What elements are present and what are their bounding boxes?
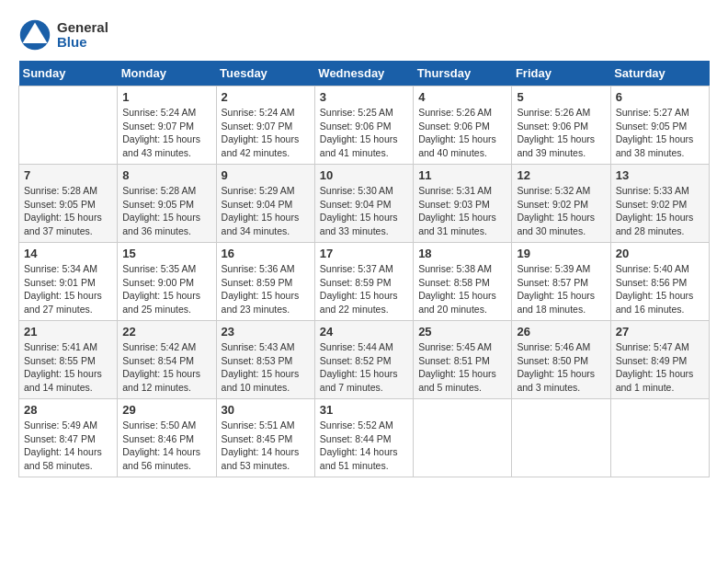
cell-info: Sunrise: 5:34 AM Sunset: 9:01 PM Dayligh… bbox=[24, 262, 112, 316]
calendar-cell: 7Sunrise: 5:28 AM Sunset: 9:05 PM Daylig… bbox=[19, 165, 118, 243]
week-row-2: 7Sunrise: 5:28 AM Sunset: 9:05 PM Daylig… bbox=[19, 165, 710, 243]
calendar-cell: 5Sunrise: 5:26 AM Sunset: 9:06 PM Daylig… bbox=[512, 86, 610, 165]
calendar-cell: 29Sunrise: 5:50 AM Sunset: 8:46 PM Dayli… bbox=[118, 399, 216, 477]
calendar-cell bbox=[414, 399, 512, 477]
calendar-cell: 24Sunrise: 5:44 AM Sunset: 8:52 PM Dayli… bbox=[314, 321, 413, 399]
cell-info: Sunrise: 5:31 AM Sunset: 9:03 PM Dayligh… bbox=[418, 184, 506, 238]
day-number: 26 bbox=[517, 325, 605, 339]
cell-info: Sunrise: 5:47 AM Sunset: 8:49 PM Dayligh… bbox=[616, 340, 704, 395]
logo-wordmark: General Blue bbox=[57, 20, 108, 51]
column-header-wednesday: Wednesday bbox=[314, 61, 413, 86]
calendar-cell: 17Sunrise: 5:37 AM Sunset: 8:59 PM Dayli… bbox=[314, 243, 413, 321]
calendar-cell: 21Sunrise: 5:41 AM Sunset: 8:55 PM Dayli… bbox=[19, 321, 118, 399]
day-number: 20 bbox=[616, 247, 704, 260]
cell-info: Sunrise: 5:28 AM Sunset: 9:05 PM Dayligh… bbox=[122, 184, 210, 238]
day-number: 18 bbox=[418, 247, 506, 260]
day-number: 5 bbox=[517, 90, 605, 104]
header: General Blue bbox=[18, 18, 710, 52]
calendar-cell: 11Sunrise: 5:31 AM Sunset: 9:03 PM Dayli… bbox=[414, 165, 512, 243]
calendar-cell: 14Sunrise: 5:34 AM Sunset: 9:01 PM Dayli… bbox=[19, 243, 118, 321]
calendar-cell: 15Sunrise: 5:35 AM Sunset: 9:00 PM Dayli… bbox=[118, 243, 216, 321]
calendar-cell: 28Sunrise: 5:49 AM Sunset: 8:47 PM Dayli… bbox=[19, 399, 118, 477]
calendar-table: SundayMondayTuesdayWednesdayThursdayFrid… bbox=[18, 61, 710, 477]
day-number: 9 bbox=[222, 168, 310, 182]
calendar-cell: 8Sunrise: 5:28 AM Sunset: 9:05 PM Daylig… bbox=[118, 165, 216, 243]
calendar-cell: 9Sunrise: 5:29 AM Sunset: 9:04 PM Daylig… bbox=[216, 165, 314, 243]
day-number: 23 bbox=[222, 325, 310, 339]
cell-info: Sunrise: 5:40 AM Sunset: 8:56 PM Dayligh… bbox=[616, 262, 704, 316]
day-number: 24 bbox=[320, 325, 408, 339]
week-row-5: 28Sunrise: 5:49 AM Sunset: 8:47 PM Dayli… bbox=[19, 399, 710, 477]
column-header-tuesday: Tuesday bbox=[216, 61, 314, 86]
day-number: 2 bbox=[222, 90, 310, 104]
cell-info: Sunrise: 5:30 AM Sunset: 9:04 PM Dayligh… bbox=[320, 184, 408, 238]
calendar-cell: 13Sunrise: 5:33 AM Sunset: 9:02 PM Dayli… bbox=[610, 165, 709, 243]
calendar-cell: 31Sunrise: 5:52 AM Sunset: 8:44 PM Dayli… bbox=[314, 399, 413, 477]
calendar-cell: 1Sunrise: 5:24 AM Sunset: 9:07 PM Daylig… bbox=[118, 86, 216, 165]
day-number: 12 bbox=[517, 168, 605, 182]
day-number: 10 bbox=[320, 168, 408, 182]
cell-info: Sunrise: 5:50 AM Sunset: 8:46 PM Dayligh… bbox=[122, 419, 210, 473]
cell-info: Sunrise: 5:49 AM Sunset: 8:47 PM Dayligh… bbox=[24, 419, 112, 473]
day-number: 22 bbox=[122, 325, 210, 339]
day-number: 17 bbox=[320, 247, 408, 260]
day-number: 30 bbox=[222, 403, 310, 417]
week-row-3: 14Sunrise: 5:34 AM Sunset: 9:01 PM Dayli… bbox=[19, 243, 710, 321]
column-header-sunday: Sunday bbox=[19, 61, 118, 86]
cell-info: Sunrise: 5:52 AM Sunset: 8:44 PM Dayligh… bbox=[320, 419, 408, 473]
day-number: 21 bbox=[24, 325, 112, 339]
calendar-cell bbox=[610, 399, 709, 477]
cell-info: Sunrise: 5:29 AM Sunset: 9:04 PM Dayligh… bbox=[222, 184, 310, 238]
cell-info: Sunrise: 5:38 AM Sunset: 8:58 PM Dayligh… bbox=[418, 262, 506, 316]
calendar-cell: 30Sunrise: 5:51 AM Sunset: 8:45 PM Dayli… bbox=[216, 399, 314, 477]
day-number: 1 bbox=[122, 90, 210, 104]
cell-info: Sunrise: 5:25 AM Sunset: 9:06 PM Dayligh… bbox=[320, 106, 408, 160]
day-number: 3 bbox=[320, 90, 408, 104]
day-number: 27 bbox=[616, 325, 704, 339]
cell-info: Sunrise: 5:26 AM Sunset: 9:06 PM Dayligh… bbox=[418, 106, 506, 160]
calendar-cell: 25Sunrise: 5:45 AM Sunset: 8:51 PM Dayli… bbox=[414, 321, 512, 399]
day-number: 7 bbox=[24, 168, 112, 182]
cell-info: Sunrise: 5:32 AM Sunset: 9:02 PM Dayligh… bbox=[517, 184, 605, 238]
calendar-cell: 26Sunrise: 5:46 AM Sunset: 8:50 PM Dayli… bbox=[512, 321, 610, 399]
cell-info: Sunrise: 5:24 AM Sunset: 9:07 PM Dayligh… bbox=[122, 106, 210, 160]
week-row-1: 1Sunrise: 5:24 AM Sunset: 9:07 PM Daylig… bbox=[19, 86, 710, 165]
calendar-cell: 16Sunrise: 5:36 AM Sunset: 8:59 PM Dayli… bbox=[216, 243, 314, 321]
cell-info: Sunrise: 5:51 AM Sunset: 8:45 PM Dayligh… bbox=[222, 419, 310, 473]
day-number: 19 bbox=[517, 247, 605, 260]
column-header-monday: Monday bbox=[118, 61, 216, 86]
calendar-cell: 23Sunrise: 5:43 AM Sunset: 8:53 PM Dayli… bbox=[216, 321, 314, 399]
column-header-saturday: Saturday bbox=[610, 61, 709, 86]
cell-info: Sunrise: 5:39 AM Sunset: 8:57 PM Dayligh… bbox=[517, 262, 605, 316]
calendar-cell: 19Sunrise: 5:39 AM Sunset: 8:57 PM Dayli… bbox=[512, 243, 610, 321]
cell-info: Sunrise: 5:41 AM Sunset: 8:55 PM Dayligh… bbox=[24, 340, 112, 395]
day-number: 13 bbox=[616, 168, 704, 182]
cell-info: Sunrise: 5:44 AM Sunset: 8:52 PM Dayligh… bbox=[320, 340, 408, 395]
day-number: 25 bbox=[418, 325, 506, 339]
day-number: 11 bbox=[418, 168, 506, 182]
day-number: 29 bbox=[122, 403, 210, 417]
day-number: 16 bbox=[222, 247, 310, 260]
day-number: 4 bbox=[418, 90, 506, 104]
calendar-cell: 4Sunrise: 5:26 AM Sunset: 9:06 PM Daylig… bbox=[414, 86, 512, 165]
calendar-cell: 2Sunrise: 5:24 AM Sunset: 9:07 PM Daylig… bbox=[216, 86, 314, 165]
day-number: 31 bbox=[320, 403, 408, 417]
calendar-cell: 18Sunrise: 5:38 AM Sunset: 8:58 PM Dayli… bbox=[414, 243, 512, 321]
cell-info: Sunrise: 5:26 AM Sunset: 9:06 PM Dayligh… bbox=[517, 106, 605, 160]
cell-info: Sunrise: 5:35 AM Sunset: 9:00 PM Dayligh… bbox=[122, 262, 210, 316]
day-number: 15 bbox=[122, 247, 210, 260]
cell-info: Sunrise: 5:43 AM Sunset: 8:53 PM Dayligh… bbox=[222, 340, 310, 395]
cell-info: Sunrise: 5:45 AM Sunset: 8:51 PM Dayligh… bbox=[418, 340, 506, 395]
calendar-cell: 20Sunrise: 5:40 AM Sunset: 8:56 PM Dayli… bbox=[610, 243, 709, 321]
calendar-cell: 12Sunrise: 5:32 AM Sunset: 9:02 PM Dayli… bbox=[512, 165, 610, 243]
calendar-cell: 10Sunrise: 5:30 AM Sunset: 9:04 PM Dayli… bbox=[314, 165, 413, 243]
cell-info: Sunrise: 5:37 AM Sunset: 8:59 PM Dayligh… bbox=[320, 262, 408, 316]
day-number: 28 bbox=[24, 403, 112, 417]
cell-info: Sunrise: 5:28 AM Sunset: 9:05 PM Dayligh… bbox=[24, 184, 112, 238]
cell-info: Sunrise: 5:46 AM Sunset: 8:50 PM Dayligh… bbox=[517, 340, 605, 395]
day-number: 8 bbox=[122, 168, 210, 182]
day-number: 14 bbox=[24, 247, 112, 260]
calendar-cell: 22Sunrise: 5:42 AM Sunset: 8:54 PM Dayli… bbox=[118, 321, 216, 399]
column-header-thursday: Thursday bbox=[414, 61, 512, 86]
column-header-friday: Friday bbox=[512, 61, 610, 86]
